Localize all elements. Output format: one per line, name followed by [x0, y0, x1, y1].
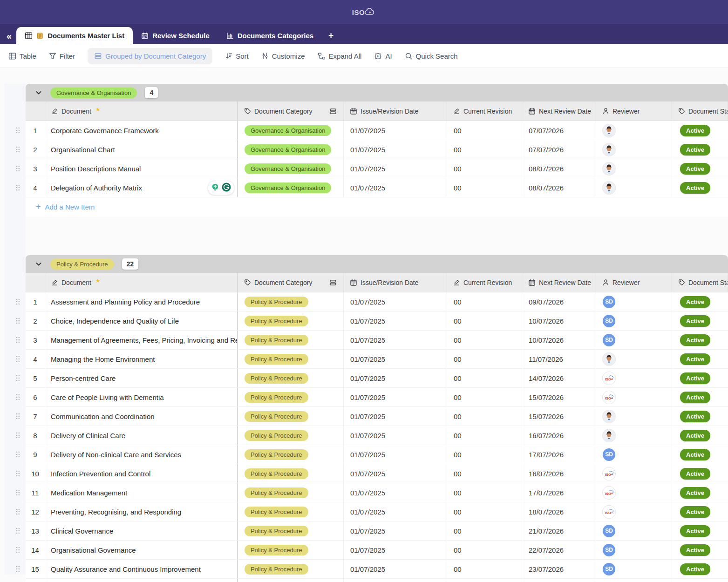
reviewer-cell[interactable]: ISO+	[596, 483, 672, 502]
table-row[interactable]: 15 Quality Assurance and Continuous Impr…	[26, 560, 728, 579]
ai-button[interactable]: AI AI	[374, 52, 392, 60]
reviewer-avatar-initials[interactable]: SD	[603, 544, 615, 556]
drag-handle-icon[interactable]	[15, 566, 20, 573]
next-review-date-cell[interactable]: 15/07/2026	[522, 388, 596, 406]
column-header-document-category[interactable]: Document Category	[238, 273, 344, 292]
document-cell[interactable]: Delegation of Authority Matrix	[45, 178, 238, 197]
table-row[interactable]: 4 Delegation of Authority Matrix Governa…	[26, 178, 728, 197]
column-header-document-status[interactable]: Document Status	[672, 102, 728, 121]
issue-revision-date-cell[interactable]: 01/07/2025	[344, 445, 447, 464]
document-category-cell[interactable]: Policy & Procedure	[238, 407, 344, 426]
next-review-date-cell[interactable]: 09/07/2026	[522, 292, 596, 311]
table-row[interactable]: 7 Communication and Coordination Policy …	[26, 407, 728, 426]
document-status-cell[interactable]: Active	[672, 331, 728, 349]
reviewer-cell[interactable]	[596, 426, 672, 445]
document-category-cell[interactable]: Policy & Procedure	[238, 502, 344, 521]
quick-search-button[interactable]: Quick Search	[405, 52, 458, 60]
reviewer-cell[interactable]: ISO+	[596, 502, 672, 521]
document-status-cell[interactable]: Active	[672, 426, 728, 445]
issue-revision-date-cell[interactable]: 01/07/2025	[344, 464, 447, 483]
drag-handle-icon[interactable]	[15, 146, 20, 153]
current-revision-cell[interactable]: 00	[447, 521, 522, 540]
next-review-date-cell[interactable]: 11/07/2026	[522, 350, 596, 368]
issue-revision-date-cell[interactable]: 01/07/2025	[344, 140, 447, 159]
current-revision-cell[interactable]: 00	[447, 445, 522, 464]
current-revision-cell[interactable]: 00	[447, 560, 522, 578]
document-status-cell[interactable]: Active	[672, 502, 728, 521]
issue-revision-date-cell[interactable]: 01/07/2025	[344, 311, 447, 330]
drag-handle-icon[interactable]	[15, 165, 20, 172]
table-row[interactable]	[26, 579, 728, 582]
table-row[interactable]: 2 Choice, Independence and Quality of Li…	[26, 311, 728, 331]
issue-revision-date-cell[interactable]: 01/07/2025	[344, 121, 447, 140]
document-category-cell[interactable]: Policy & Procedure	[238, 388, 344, 406]
table-row[interactable]: 1 Assessment and Planning Policy and Pro…	[26, 292, 728, 311]
document-category-cell[interactable]: Governance & Organisation	[238, 159, 344, 178]
next-review-date-cell[interactable]: 10/07/2026	[522, 331, 596, 349]
document-status-cell[interactable]: Active	[672, 388, 728, 406]
document-status-cell[interactable]: Active	[672, 140, 728, 159]
expand-all-button[interactable]: Expand All	[318, 52, 362, 60]
document-status-cell[interactable]: Active	[672, 445, 728, 464]
chevron-down-icon[interactable]	[35, 260, 42, 268]
document-status-cell[interactable]: Active	[672, 178, 728, 197]
current-revision-cell[interactable]: 00	[447, 331, 522, 349]
document-category-cell[interactable]: Policy & Procedure	[238, 560, 344, 578]
issue-revision-date-cell[interactable]: 01/07/2025	[344, 502, 447, 521]
next-review-date-cell[interactable]: 15/07/2026	[522, 407, 596, 426]
column-header-reviewer[interactable]: Reviewer	[596, 273, 672, 292]
drag-handle-icon[interactable]	[15, 127, 20, 134]
issue-revision-date-cell[interactable]: 01/07/2025	[344, 388, 447, 406]
document-category-cell[interactable]: Policy & Procedure	[238, 464, 344, 483]
table-row[interactable]: 8 Delivery of Clinical Care Policy & Pro…	[26, 426, 728, 445]
reviewer-avatar-iso-logo[interactable]: ISO+	[603, 467, 615, 480]
issue-revision-date-cell[interactable]: 01/07/2025	[344, 350, 447, 368]
issue-revision-date-cell[interactable]: 01/07/2025	[344, 541, 447, 559]
reviewer-avatar-iso-logo[interactable]: ISO+	[603, 487, 615, 499]
reviewer-avatar-iso-logo[interactable]: ISO+	[603, 372, 615, 385]
drag-handle-icon[interactable]	[15, 547, 20, 554]
document-category-cell[interactable]: Policy & Procedure	[238, 331, 344, 349]
table-row[interactable]: 12 Preventing, Recognising, and Respondi…	[26, 502, 728, 521]
next-review-date-cell[interactable]: 18/07/2026	[522, 502, 596, 521]
current-revision-cell[interactable]: 00	[447, 426, 522, 445]
drag-handle-icon[interactable]	[15, 318, 20, 325]
reviewer-cell[interactable]	[596, 159, 672, 178]
document-category-cell[interactable]: Policy & Procedure	[238, 292, 344, 311]
reviewer-avatar-iso-logo[interactable]: ISO+	[603, 506, 615, 518]
document-status-cell[interactable]: Active	[672, 350, 728, 368]
column-header-document[interactable]: Document★	[45, 102, 238, 121]
drag-handle-icon[interactable]	[15, 394, 20, 401]
current-revision-cell[interactable]: 00	[447, 140, 522, 159]
current-revision-cell[interactable]: 00	[447, 369, 522, 387]
suggestion-lightbulb-icon[interactable]	[211, 183, 219, 193]
next-review-date-cell[interactable]: 21/07/2026	[522, 521, 596, 540]
table-row[interactable]: 5 Person-centred Care Policy & Procedure…	[26, 369, 728, 388]
document-cell[interactable]	[45, 579, 238, 582]
table-row[interactable]: 3 Position Descriptions Manual Governanc…	[26, 159, 728, 178]
collapse-sidebar-button[interactable]: «	[7, 31, 12, 41]
column-header-next-review-date[interactable]: Next Review Date	[522, 273, 596, 292]
document-cell[interactable]: Person-centred Care	[45, 369, 238, 387]
tab-documents-master-list[interactable]: Documents Master List	[16, 27, 133, 44]
document-cell[interactable]: Quality Assurance and Continuous Improve…	[45, 560, 238, 578]
drag-handle-icon[interactable]	[15, 508, 20, 515]
document-category-cell[interactable]: Policy & Procedure	[238, 521, 344, 540]
grouped-by-button[interactable]: Grouped by Document Category	[88, 48, 212, 64]
reviewer-cell[interactable]: SD	[596, 331, 672, 349]
reviewer-cell[interactable]: ISO+	[596, 388, 672, 406]
document-category-cell[interactable]: Governance & Organisation	[238, 178, 344, 197]
grammarly-icon[interactable]	[222, 183, 231, 193]
drag-handle-icon[interactable]	[15, 451, 20, 458]
grouped-by-column-icon[interactable]	[329, 279, 337, 286]
document-status-cell[interactable]: Active	[672, 369, 728, 387]
issue-revision-date-cell[interactable]: 01/07/2025	[344, 483, 447, 502]
document-status-cell[interactable]: Active	[672, 464, 728, 483]
reviewer-cell[interactable]: SD	[596, 292, 672, 311]
next-review-date-cell[interactable]: 23/07/2026	[522, 560, 596, 578]
table-row[interactable]: 10 Infection Prevention and Control Poli…	[26, 464, 728, 483]
document-category-cell[interactable]: Policy & Procedure	[238, 369, 344, 387]
next-review-date-cell[interactable]: 07/07/2026	[522, 121, 596, 140]
drag-handle-icon[interactable]	[15, 528, 20, 535]
document-status-cell[interactable]: Active	[672, 121, 728, 140]
